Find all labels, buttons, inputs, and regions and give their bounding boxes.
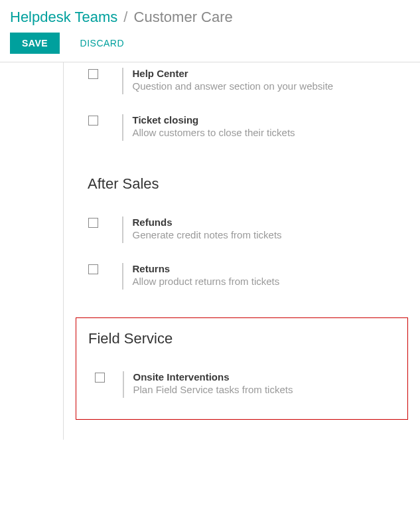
option-title: Onsite Interventions — [133, 371, 398, 383]
option-desc: Allow product returns from tickets — [133, 276, 411, 287]
option-desc: Generate credit notes from tickets — [133, 229, 411, 240]
section-after-sales: After Sales — [64, 155, 420, 211]
option-title: Ticket closing — [133, 114, 411, 126]
checkbox-ticket-closing[interactable] — [88, 116, 98, 126]
header: Helpdesk Teams / Customer Care SAVE DISC… — [0, 0, 420, 54]
discard-button[interactable]: DISCARD — [68, 33, 137, 54]
breadcrumb-current: Customer Care — [134, 9, 233, 25]
breadcrumb-separator: / — [123, 9, 127, 25]
option-help-center: Help Center Question and answer section … — [64, 62, 420, 109]
option-separator — [122, 68, 123, 94]
content: Help Center Question and answer section … — [0, 62, 420, 440]
option-separator — [122, 114, 123, 141]
breadcrumb: Helpdesk Teams / Customer Care — [10, 9, 410, 26]
option-desc: Plan Field Service tasks from tickets — [133, 384, 398, 395]
option-ticket-closing: Ticket closing Allow customers to close … — [64, 109, 420, 155]
checkbox-help-center[interactable] — [88, 69, 98, 79]
option-title: Refunds — [133, 217, 411, 228]
option-desc: Allow customers to close their tickets — [133, 127, 411, 138]
option-separator — [122, 217, 123, 243]
option-refunds: Refunds Generate credit notes from ticke… — [64, 211, 420, 258]
action-bar: SAVE DISCARD — [10, 33, 410, 54]
checkbox-refunds[interactable] — [88, 218, 98, 228]
main-panel: Help Center Question and answer section … — [63, 62, 420, 440]
sidebar-space — [0, 62, 63, 440]
option-desc: Question and answer section on your webs… — [133, 80, 411, 92]
breadcrumb-parent-link[interactable]: Helpdesk Teams — [10, 9, 117, 25]
field-service-highlight: Field Service Onsite Interventions Plan … — [76, 317, 408, 420]
option-title: Returns — [133, 263, 411, 274]
option-separator — [123, 371, 124, 398]
option-returns: Returns Allow product returns from ticke… — [64, 258, 420, 304]
checkbox-returns[interactable] — [88, 264, 98, 274]
option-onsite-interventions: Onsite Interventions Plan Field Service … — [76, 366, 407, 412]
checkbox-onsite-interventions[interactable] — [95, 373, 105, 383]
save-button[interactable]: SAVE — [10, 33, 60, 54]
section-field-service: Field Service — [76, 318, 407, 366]
option-title: Help Center — [133, 68, 411, 79]
option-separator — [122, 263, 123, 290]
